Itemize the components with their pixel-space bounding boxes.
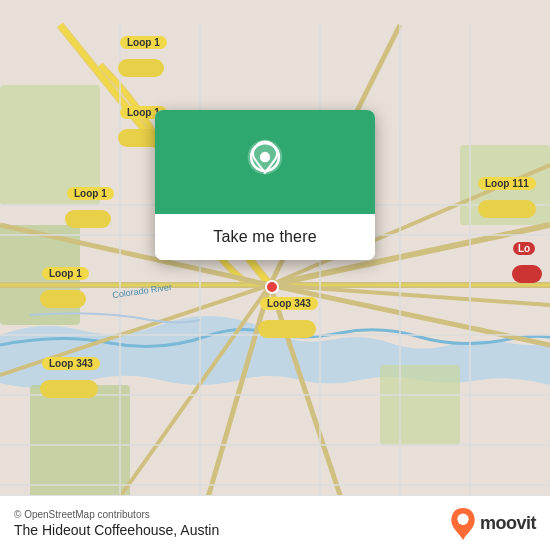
- popup-card: Take me there: [155, 110, 375, 260]
- svg-rect-20: [40, 290, 86, 308]
- loop1-label-1: Loop 1: [120, 36, 167, 49]
- loop-red-label: Lo: [513, 242, 535, 255]
- loop1-label-4: Loop 1: [42, 267, 89, 280]
- place-name: The Hideout Coffeehouse, Austin: [14, 522, 219, 538]
- moovit-pin-icon: [449, 506, 477, 540]
- svg-rect-22: [258, 320, 316, 338]
- popup-icon-area: [155, 110, 375, 214]
- svg-rect-21: [478, 200, 536, 218]
- svg-point-29: [457, 514, 468, 525]
- svg-rect-24: [512, 265, 542, 283]
- svg-point-25: [266, 281, 278, 293]
- location-pin-icon: [239, 138, 291, 190]
- osm-attribution: © OpenStreetMap contributors: [14, 509, 219, 520]
- svg-rect-19: [65, 210, 111, 228]
- svg-point-28: [260, 152, 270, 162]
- svg-rect-23: [40, 380, 98, 398]
- loop343-label-2: Loop 343: [42, 357, 100, 370]
- loop1-label-3: Loop 1: [67, 187, 114, 200]
- map-container: Loop 1 Loop 1 Loop 1 Loop 1 Loop 111 Loo…: [0, 0, 550, 550]
- moovit-logo: moovit: [449, 506, 536, 540]
- moovit-brand-name: moovit: [480, 513, 536, 534]
- loop111-label: Loop 111: [478, 177, 536, 190]
- bottom-bar: © OpenStreetMap contributors The Hideout…: [0, 495, 550, 550]
- take-me-there-button[interactable]: Take me there: [155, 214, 375, 260]
- svg-rect-17: [118, 59, 164, 77]
- bottom-left: © OpenStreetMap contributors The Hideout…: [14, 509, 219, 538]
- svg-rect-4: [380, 365, 460, 445]
- loop343-label-1: Loop 343: [260, 297, 318, 310]
